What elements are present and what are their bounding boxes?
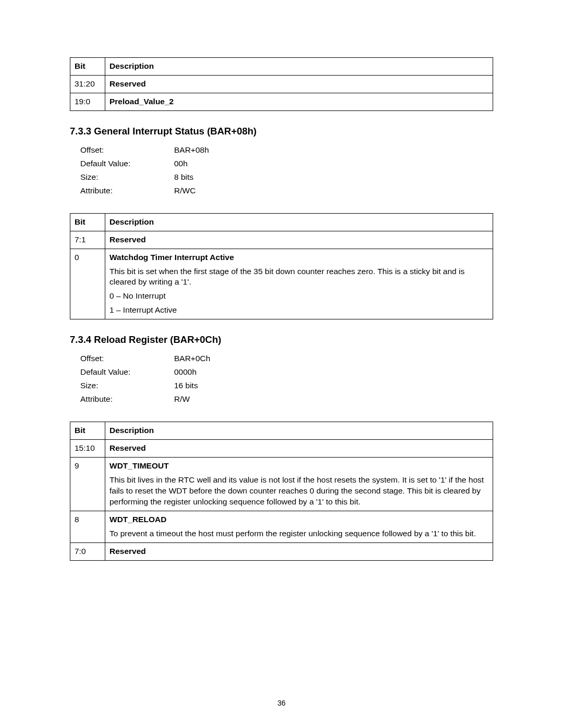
bit-desc: WDT_RELOAD To prevent a timeout the host… — [105, 511, 493, 542]
table-row: 19:0 Preload_Value_2 — [70, 93, 493, 110]
table-row: 15:10 Reserved — [70, 440, 493, 458]
bit-range: 15:10 — [70, 440, 105, 458]
bit-range: 7:0 — [70, 542, 105, 560]
col-desc-header: Description — [105, 58, 493, 76]
info-value: 00h — [174, 157, 268, 170]
section-heading-733: 7.3.3 General Interrupt Status (BAR+08h) — [70, 126, 493, 137]
bit-desc: Watchdog Timer Interrupt Active This bit… — [105, 249, 493, 319]
table-row: 7:1 Reserved — [70, 231, 493, 249]
info-label: Default Value: — [80, 157, 174, 170]
reload-register-table: Bit Description 15:10 Reserved 9 WDT_TIM… — [70, 422, 493, 560]
info-value: 8 bits — [174, 170, 268, 184]
field-desc-line: This bit is set when the first stage of … — [109, 266, 488, 288]
info-label: Attribute: — [80, 184, 174, 198]
register-info-734: Offset: BAR+0Ch Default Value: 0000h Siz… — [80, 352, 268, 406]
table-row: 9 WDT_TIMEOUT This bit lives in the RTC … — [70, 458, 493, 511]
page-number: 36 — [0, 699, 563, 707]
col-desc-header: Description — [105, 213, 493, 231]
preload-value-table: Bit Description 31:20 Reserved 19:0 Prel… — [70, 57, 493, 111]
col-desc-header: Description — [105, 422, 493, 440]
interrupt-status-table: Bit Description 7:1 Reserved 0 Watchdog … — [70, 213, 493, 319]
info-value: BAR+08h — [174, 143, 268, 157]
info-label: Size: — [80, 170, 174, 184]
table-row: 0 Watchdog Timer Interrupt Active This b… — [70, 249, 493, 319]
field-desc-line: This bit lives in the RTC well and its v… — [109, 475, 488, 508]
field-desc-line: To prevent a timeout the host must perfo… — [109, 528, 488, 539]
field-title: Watchdog Timer Interrupt Active — [109, 252, 488, 263]
bit-desc: Preload_Value_2 — [105, 93, 493, 110]
bit-desc: WDT_TIMEOUT This bit lives in the RTC we… — [105, 458, 493, 511]
table-row: 7:0 Reserved — [70, 542, 493, 560]
info-value: BAR+0Ch — [174, 352, 268, 365]
col-bit-header: Bit — [70, 213, 105, 231]
info-label: Offset: — [80, 352, 174, 365]
info-label: Size: — [80, 379, 174, 392]
field-desc-line: 0 – No Interrupt — [109, 291, 488, 302]
bit-range: 7:1 — [70, 231, 105, 249]
bit-desc: Reserved — [105, 75, 493, 93]
field-desc-line: 1 – Interrupt Active — [109, 305, 488, 316]
bit-desc: Reserved — [105, 440, 493, 458]
info-value: 0000h — [174, 365, 268, 379]
section-heading-734: 7.3.4 Reload Register (BAR+0Ch) — [70, 334, 493, 346]
info-value: 16 bits — [174, 379, 268, 392]
table-row: 8 WDT_RELOAD To prevent a timeout the ho… — [70, 511, 493, 542]
info-label: Default Value: — [80, 365, 174, 379]
info-value: R/WC — [174, 184, 268, 198]
col-bit-header: Bit — [70, 422, 105, 440]
info-label: Attribute: — [80, 392, 174, 406]
col-bit-header: Bit — [70, 58, 105, 76]
bit-range: 31:20 — [70, 75, 105, 93]
bit-desc: Reserved — [105, 542, 493, 560]
table-row: 31:20 Reserved — [70, 75, 493, 93]
bit-desc: Reserved — [105, 231, 493, 249]
field-title: WDT_TIMEOUT — [109, 461, 488, 472]
info-label: Offset: — [80, 143, 174, 157]
info-value: R/W — [174, 392, 268, 406]
bit-range: 8 — [70, 511, 105, 542]
field-title: WDT_RELOAD — [109, 514, 488, 525]
register-info-733: Offset: BAR+08h Default Value: 00h Size:… — [80, 143, 268, 198]
bit-range: 9 — [70, 458, 105, 511]
bit-range: 0 — [70, 249, 105, 319]
bit-range: 19:0 — [70, 93, 105, 110]
